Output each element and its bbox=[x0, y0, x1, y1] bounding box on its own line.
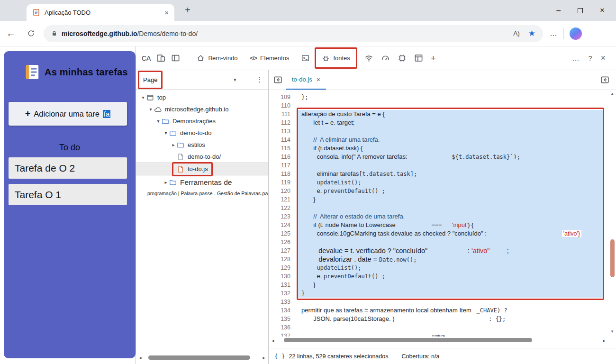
devtools-tab-console[interactable] bbox=[297, 46, 314, 70]
devtools-tab-welcome[interactable]: Bem-vindo bbox=[192, 46, 242, 70]
close-tab-icon[interactable]: × bbox=[317, 76, 320, 83]
line-number[interactable]: 132 bbox=[269, 289, 298, 298]
line-content[interactable]: // Combate de ala de rack com dados anti… bbox=[298, 332, 603, 337]
line-number[interactable]: 129 bbox=[269, 264, 298, 272]
line-number[interactable]: 137 bbox=[269, 332, 298, 337]
navigate-back-icon[interactable] bbox=[273, 75, 282, 84]
line-number[interactable]: 125 bbox=[269, 229, 298, 238]
address-bar[interactable]: microsoftedge.github.io/Demos/demo-to-do… bbox=[44, 25, 543, 42]
line-number[interactable]: 136 bbox=[269, 323, 298, 332]
scroll-down-icon[interactable]: ▾ bbox=[609, 329, 616, 334]
line-content[interactable] bbox=[298, 101, 603, 110]
dock-editor-icon[interactable] bbox=[600, 75, 609, 84]
line-content[interactable]: e. preventDefau1t() ; bbox=[298, 187, 603, 195]
line-number[interactable]: 124 bbox=[269, 221, 298, 229]
line-content[interactable] bbox=[298, 298, 603, 306]
line-content[interactable] bbox=[298, 204, 603, 212]
line-content[interactable]: console.10gCMarking task devalue as chec… bbox=[298, 229, 603, 238]
tree-item-top[interactable]: ▾top bbox=[136, 91, 268, 103]
line-content[interactable]: updateList(); bbox=[298, 178, 603, 187]
line-content[interactable] bbox=[298, 238, 603, 246]
line-content[interactable]: } bbox=[298, 289, 603, 298]
sidebar-horizontal-scrollbar[interactable]: ◂ ▸ bbox=[137, 354, 267, 361]
line-number[interactable]: 122 bbox=[269, 204, 298, 212]
vertical-scrollbar[interactable]: ▴ ▾ bbox=[609, 91, 616, 334]
chevron-down-icon[interactable]: ▾ bbox=[155, 118, 162, 124]
tab-close-icon[interactable]: × bbox=[164, 9, 169, 17]
favorite-star-icon[interactable]: ★ bbox=[528, 28, 535, 38]
line-number[interactable]: 133 bbox=[269, 298, 298, 306]
chevron-down-icon[interactable]: ▾ bbox=[140, 95, 146, 100]
memory-icon[interactable] bbox=[398, 54, 407, 63]
add-panel-icon[interactable]: + bbox=[431, 53, 436, 64]
new-tab-button[interactable]: + bbox=[182, 5, 193, 16]
line-number[interactable]: 113 bbox=[269, 127, 298, 136]
minimize-button[interactable]: – bbox=[556, 6, 561, 15]
scroll-up-icon[interactable]: ▴ bbox=[609, 91, 616, 96]
close-devtools-icon[interactable]: × bbox=[600, 53, 606, 63]
scrollbar-thumb[interactable] bbox=[610, 239, 615, 277]
line-number[interactable]: 135 bbox=[269, 315, 298, 323]
dock-panel-icon[interactable] bbox=[171, 54, 180, 63]
devtools-tab-sources[interactable]: fontes bbox=[317, 46, 354, 70]
line-number[interactable]: 131 bbox=[269, 281, 298, 289]
tree-item-demo-to-do[interactable]: ▾demo-to-do bbox=[136, 127, 268, 139]
line-number[interactable]: 121 bbox=[269, 195, 298, 204]
line-content[interactable]: alteração de custo Tarefa = e { bbox=[298, 110, 603, 118]
line-number[interactable]: 117 bbox=[269, 161, 298, 170]
editor-horizontal-scrollbar[interactable]: ◂ ▸ bbox=[270, 337, 607, 344]
tree-item-microsoftedge-github-io[interactable]: ▾microsoftedge.github.io bbox=[136, 103, 268, 115]
add-task-button[interactable]: + Adicionar uma tarefa bbox=[9, 102, 127, 126]
line-number[interactable]: 134 bbox=[269, 306, 298, 315]
line-content[interactable]: devalorizar . date = Date.now(); bbox=[298, 255, 603, 264]
line-content[interactable]: e. preventDefau1t() ; bbox=[298, 272, 603, 281]
devtools-more-icon[interactable]: … bbox=[572, 54, 580, 62]
device-emulation-icon[interactable] bbox=[156, 54, 165, 63]
scrollbar-thumb[interactable] bbox=[284, 338, 532, 342]
todo-task-item[interactable]: Tarefa O 1 bbox=[9, 184, 127, 205]
line-number[interactable]: 120 bbox=[269, 187, 298, 195]
line-content[interactable]: eliminar tarefas[t.dataset.task]; bbox=[298, 170, 603, 178]
tab-page[interactable]: Page bbox=[143, 76, 157, 83]
format-braces-icon[interactable]: { } bbox=[274, 353, 285, 360]
back-button[interactable]: ← bbox=[0, 28, 22, 39]
line-content[interactable]: updateList(); bbox=[298, 264, 603, 272]
line-content[interactable] bbox=[298, 161, 603, 170]
line-number[interactable]: 126 bbox=[269, 238, 298, 246]
line-number[interactable]: 114 bbox=[269, 136, 298, 144]
refresh-button[interactable] bbox=[22, 29, 40, 37]
line-content[interactable]: permitir que as tarefas = armazenamento … bbox=[298, 306, 603, 315]
line-content[interactable]: // Alterar o estado de uma tarefa. bbox=[298, 212, 603, 221]
chevron-right-icon[interactable]: ▸ bbox=[170, 142, 177, 147]
devtools-tab-elements[interactable]: </>Elementos bbox=[245, 46, 294, 70]
scroll-left-icon[interactable]: ◂ bbox=[270, 338, 276, 343]
network-icon[interactable] bbox=[364, 54, 373, 63]
scroll-right-icon[interactable]: ▸ bbox=[261, 355, 267, 360]
scroll-left-icon[interactable]: ◂ bbox=[137, 355, 144, 360]
tree-item-demonstra-es[interactable]: ▾Demonstrações bbox=[136, 115, 268, 127]
line-content[interactable]: }; bbox=[298, 93, 603, 101]
line-content[interactable]: // A eliminar uma tarefa. bbox=[298, 136, 603, 144]
line-number[interactable]: 127 bbox=[269, 246, 298, 255]
help-icon[interactable]: ? bbox=[588, 55, 592, 62]
line-number[interactable]: 109 bbox=[269, 93, 298, 101]
line-number[interactable]: 115 bbox=[269, 144, 298, 153]
performance-icon[interactable] bbox=[381, 54, 390, 63]
line-number[interactable]: 119 bbox=[269, 178, 298, 187]
line-content[interactable] bbox=[298, 323, 603, 332]
line-content[interactable]: consola. info(" A remover tarefas: ${t.d… bbox=[298, 153, 603, 161]
todo-task-item[interactable]: Tarefa de O 2 bbox=[9, 157, 127, 179]
line-content[interactable]: if (t.dataset.task) { bbox=[298, 144, 603, 153]
chevron-down-icon[interactable]: ▾ bbox=[163, 130, 169, 136]
line-number[interactable]: 110 bbox=[269, 101, 298, 110]
line-content[interactable] bbox=[298, 127, 603, 136]
scrollbar-thumb[interactable] bbox=[148, 355, 250, 360]
maximize-button[interactable] bbox=[578, 8, 583, 13]
line-content[interactable]: } bbox=[298, 281, 603, 289]
tree-item-demo-to-do[interactable]: demo-to-do/ bbox=[136, 151, 268, 163]
read-aloud-icon[interactable]: A) bbox=[513, 30, 520, 37]
application-icon[interactable] bbox=[414, 54, 423, 63]
kebab-menu-icon[interactable]: ⋮ bbox=[256, 75, 263, 84]
line-number[interactable]: 130 bbox=[269, 272, 298, 281]
chevron-down-icon[interactable]: ▾ bbox=[147, 107, 154, 112]
